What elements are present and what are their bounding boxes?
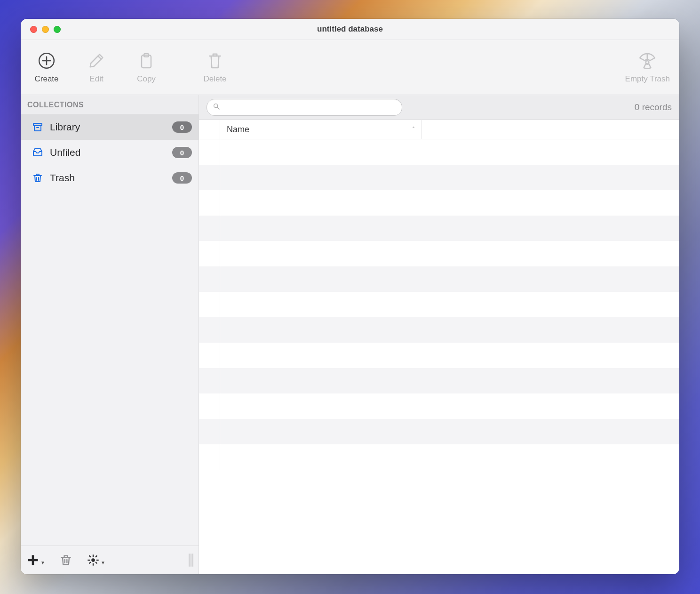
svg-rect-14 bbox=[93, 554, 94, 557]
window-title: untitled database bbox=[21, 24, 679, 34]
search-field[interactable] bbox=[207, 99, 402, 116]
column-header-name[interactable]: Name ˄ bbox=[220, 120, 422, 139]
sidebar-item-trash[interactable]: Trash 0 bbox=[21, 165, 199, 191]
svg-rect-15 bbox=[93, 563, 94, 566]
svg-line-23 bbox=[217, 107, 219, 109]
edit-button: Edit bbox=[80, 51, 113, 84]
row-content bbox=[220, 393, 679, 419]
actions-menu-button[interactable]: ▼ bbox=[87, 554, 105, 567]
row-gutter bbox=[199, 190, 220, 216]
zoom-window-button[interactable] bbox=[54, 26, 61, 33]
table-row[interactable] bbox=[199, 165, 679, 190]
archive-icon bbox=[32, 121, 43, 133]
svg-rect-20 bbox=[95, 555, 97, 558]
svg-point-13 bbox=[91, 558, 95, 562]
svg-rect-7 bbox=[33, 123, 42, 126]
radiation-icon bbox=[637, 51, 657, 71]
svg-rect-18 bbox=[89, 555, 91, 558]
create-button[interactable]: Create bbox=[30, 51, 63, 84]
delete-label: Delete bbox=[203, 74, 226, 84]
count-badge: 0 bbox=[172, 147, 192, 158]
delete-collection-button[interactable] bbox=[59, 554, 72, 567]
table-body[interactable] bbox=[199, 139, 679, 574]
empty-trash-button: Empty Trash bbox=[625, 51, 670, 84]
sidebar-item-library[interactable]: Library 0 bbox=[21, 114, 199, 140]
count-badge: 0 bbox=[172, 172, 192, 184]
row-gutter bbox=[199, 216, 220, 241]
row-content bbox=[220, 368, 679, 393]
row-content bbox=[220, 266, 679, 292]
sidebar-header: COLLECTIONS bbox=[21, 95, 199, 114]
edit-label: Edit bbox=[89, 74, 103, 84]
window-controls bbox=[30, 26, 61, 33]
content-split: COLLECTIONS Library 0 bbox=[21, 95, 679, 574]
row-gutter bbox=[199, 368, 220, 393]
row-gutter bbox=[199, 343, 220, 368]
count-badge: 0 bbox=[172, 121, 192, 133]
row-content bbox=[220, 419, 679, 444]
table-row[interactable] bbox=[199, 266, 679, 292]
pencil-icon bbox=[87, 51, 106, 71]
row-content bbox=[220, 292, 679, 317]
svg-rect-21 bbox=[89, 562, 91, 564]
sidebar-item-unfiled[interactable]: Unfiled 0 bbox=[21, 140, 199, 165]
table-row[interactable] bbox=[199, 292, 679, 317]
row-gutter bbox=[199, 165, 220, 190]
table-row[interactable] bbox=[199, 241, 679, 266]
row-gutter bbox=[199, 292, 220, 317]
app-window: untitled database Create Edit bbox=[21, 19, 679, 574]
table-row[interactable] bbox=[199, 190, 679, 216]
sidebar-item-label: Unfiled bbox=[50, 147, 166, 158]
table-row[interactable] bbox=[199, 393, 679, 419]
row-gutter bbox=[199, 317, 220, 343]
row-gutter bbox=[199, 393, 220, 419]
row-content bbox=[220, 241, 679, 266]
row-content bbox=[220, 190, 679, 216]
sidebar: COLLECTIONS Library 0 bbox=[21, 95, 199, 574]
svg-rect-16 bbox=[88, 560, 90, 561]
chevron-down-icon: ▼ bbox=[101, 560, 105, 565]
toolbar: Create Edit Copy bbox=[21, 40, 679, 95]
delete-button: Delete bbox=[199, 51, 231, 84]
trash-icon bbox=[205, 51, 225, 71]
table-row[interactable] bbox=[199, 419, 679, 444]
inbox-icon bbox=[32, 147, 43, 158]
svg-line-3 bbox=[98, 56, 101, 59]
svg-rect-17 bbox=[96, 560, 99, 561]
row-gutter-header bbox=[199, 120, 220, 139]
svg-point-22 bbox=[214, 104, 218, 108]
titlebar: untitled database bbox=[21, 19, 679, 40]
close-window-button[interactable] bbox=[30, 26, 37, 33]
column-header-rest bbox=[422, 120, 679, 139]
sidebar-footer: ▼ ▼ bbox=[21, 546, 199, 574]
copy-button: Copy bbox=[130, 51, 163, 84]
row-gutter bbox=[199, 139, 220, 165]
create-label: Create bbox=[34, 74, 58, 84]
svg-point-6 bbox=[646, 61, 649, 64]
clipboard-icon bbox=[136, 51, 156, 71]
row-content bbox=[220, 165, 679, 190]
sort-ascending-icon: ˄ bbox=[412, 126, 415, 133]
table-row[interactable] bbox=[199, 317, 679, 343]
table-row[interactable] bbox=[199, 444, 679, 470]
table-row[interactable] bbox=[199, 216, 679, 241]
record-count-label: 0 records bbox=[635, 102, 672, 112]
row-gutter bbox=[199, 266, 220, 292]
search-input[interactable] bbox=[224, 103, 396, 112]
trash-icon bbox=[32, 172, 43, 184]
table-row[interactable] bbox=[199, 139, 679, 165]
sidebar-resize-handle[interactable] bbox=[187, 546, 195, 574]
table-row[interactable] bbox=[199, 343, 679, 368]
row-content bbox=[220, 444, 679, 470]
sidebar-list: Library 0 Unfiled 0 bbox=[21, 114, 199, 546]
row-gutter bbox=[199, 419, 220, 444]
copy-label: Copy bbox=[137, 74, 156, 84]
row-gutter bbox=[199, 241, 220, 266]
empty-trash-label: Empty Trash bbox=[625, 74, 670, 84]
add-collection-button[interactable]: ▼ bbox=[26, 554, 45, 567]
row-content bbox=[220, 317, 679, 343]
row-content bbox=[220, 139, 679, 165]
minimize-window-button[interactable] bbox=[42, 26, 49, 33]
list-toolbar: 0 records bbox=[199, 95, 679, 120]
table-row[interactable] bbox=[199, 368, 679, 393]
